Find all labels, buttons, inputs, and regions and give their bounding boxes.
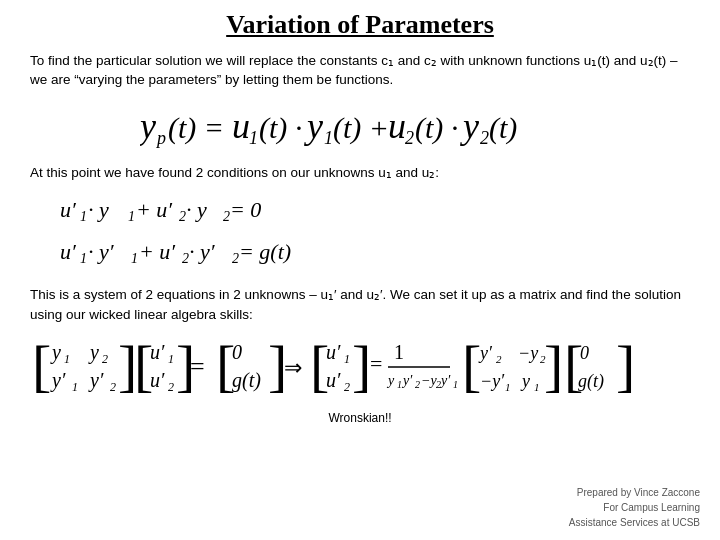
svg-text:−y: −y (421, 373, 437, 388)
footer: Prepared by Vince Zaccone For Campus Lea… (569, 485, 700, 530)
svg-text:2: 2 (102, 352, 108, 366)
intro-paragraph: To find the particular solution we will … (30, 52, 690, 90)
footer-line3: Assistance Services at UCSB (569, 515, 700, 530)
svg-text:=: = (190, 352, 205, 381)
svg-text:y: y (460, 106, 479, 146)
svg-text:y′: y′ (50, 369, 66, 392)
svg-text:2: 2 (480, 128, 489, 148)
page: Variation of Parameters To find the part… (0, 0, 720, 540)
svg-text:−y: −y (518, 343, 538, 363)
yp-formula: y p (t) = u 1 (t) · y 1 (t) + u 2 (t) · … (30, 100, 690, 152)
svg-text:p: p (155, 128, 166, 148)
svg-text:]: ] (616, 333, 635, 398)
svg-text:+ u′: + u′ (136, 197, 173, 222)
svg-text:]: ] (352, 333, 371, 398)
svg-text:+ u′: + u′ (139, 239, 176, 264)
svg-text:]: ] (544, 333, 563, 398)
svg-text:· y: · y (88, 197, 109, 222)
svg-text:[: [ (462, 333, 481, 398)
svg-text:2: 2 (415, 379, 420, 390)
svg-text:2: 2 (344, 380, 350, 394)
svg-text:1: 1 (64, 352, 70, 366)
svg-text:y: y (304, 106, 323, 146)
svg-text:1: 1 (534, 381, 540, 393)
svg-text:0: 0 (580, 343, 589, 363)
svg-text:u′: u′ (150, 369, 165, 391)
svg-text:(t) ·: (t) · (259, 111, 302, 145)
svg-text:2: 2 (179, 209, 186, 224)
svg-text:y: y (140, 106, 156, 146)
footer-line1: Prepared by Vince Zaccone (569, 485, 700, 500)
svg-text:1: 1 (453, 379, 458, 390)
system-text: This is a system of 2 equations in 2 unk… (30, 285, 690, 326)
svg-text:1: 1 (324, 128, 333, 148)
svg-text:y′: y′ (88, 369, 104, 392)
page-title: Variation of Parameters (30, 10, 690, 40)
svg-text:1: 1 (131, 251, 138, 266)
svg-text:g(t): g(t) (578, 371, 604, 392)
svg-text:· y: · y (186, 197, 207, 222)
svg-text:· y′: · y′ (88, 239, 115, 264)
svg-text:2: 2 (110, 380, 116, 394)
svg-text:y: y (88, 341, 99, 364)
svg-text:2: 2 (223, 209, 230, 224)
svg-text:u′: u′ (60, 239, 77, 264)
svg-text:1: 1 (168, 352, 174, 366)
wronskian-label: Wronskian!! (30, 411, 690, 425)
svg-text:y′: y′ (401, 373, 413, 388)
svg-text:1: 1 (249, 128, 258, 148)
svg-text:−y′: −y′ (480, 371, 505, 391)
svg-text:y′: y′ (439, 373, 451, 388)
svg-text:u′: u′ (150, 341, 165, 363)
svg-text:u′: u′ (60, 197, 77, 222)
svg-text:y′: y′ (478, 343, 493, 363)
svg-text:1: 1 (394, 341, 404, 363)
svg-text:1: 1 (505, 381, 511, 393)
svg-text:= 0: = 0 (230, 197, 261, 222)
svg-text:y: y (520, 371, 530, 391)
svg-text:⇒: ⇒ (284, 355, 302, 380)
svg-text:y: y (50, 341, 61, 364)
svg-text:0: 0 (232, 341, 242, 363)
svg-text:1: 1 (128, 209, 135, 224)
svg-text:= g(t): = g(t) (239, 239, 291, 264)
equations-block: u′ 1 · y 1 + u′ 2 · y 2 = 0 u′ 1 · y′ 1 … (60, 191, 690, 275)
condition-text: At this point we have found 2 conditions… (30, 164, 690, 183)
footer-line2: For Campus Learning (569, 500, 700, 515)
svg-text:1: 1 (344, 352, 350, 366)
svg-text:u: u (388, 106, 406, 146)
svg-text:2: 2 (168, 380, 174, 394)
svg-text:2: 2 (496, 353, 502, 365)
svg-text:(t) =: (t) = (168, 111, 224, 145)
svg-text:2: 2 (182, 251, 189, 266)
svg-text:u: u (232, 106, 250, 146)
svg-text:(t) +: (t) + (333, 111, 389, 145)
svg-text:u′: u′ (326, 341, 341, 363)
svg-text:1: 1 (72, 380, 78, 394)
svg-text:1: 1 (80, 251, 87, 266)
svg-text:g(t): g(t) (232, 369, 261, 392)
svg-text:2: 2 (232, 251, 239, 266)
svg-text:2: 2 (405, 128, 414, 148)
svg-text:u′: u′ (326, 369, 341, 391)
svg-text:y: y (386, 373, 395, 388)
svg-text:=: = (370, 351, 382, 376)
svg-text:[: [ (32, 333, 51, 398)
svg-text:(t): (t) (489, 111, 517, 145)
svg-text:1: 1 (397, 379, 402, 390)
svg-text:1: 1 (80, 209, 87, 224)
svg-text:(t) ·: (t) · (415, 111, 458, 145)
svg-text:· y′: · y′ (189, 239, 216, 264)
matrix-block: [ y 1 y 2 y′ 1 y′ 2 ] [ u′ 1 u′ 2 ] = [ … (30, 331, 690, 407)
